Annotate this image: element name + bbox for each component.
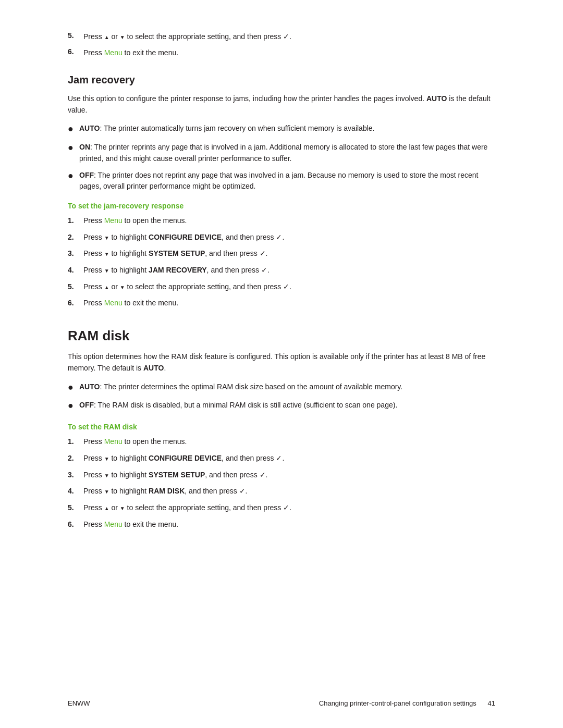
bullet-content-ram-auto: AUTO: The printer determines the optimal…: [79, 381, 495, 393]
ram-bullet-off: ● OFF: The RAM disk is disabled, but a m…: [68, 400, 495, 413]
jam-step-text-5: Press or to select the appropriate setti…: [83, 281, 495, 293]
bullet-dot-ram-off: ●: [68, 399, 79, 413]
bullet-content-auto: AUTO: The printer automatically turns ja…: [79, 123, 495, 134]
bullet-content-off: OFF: The printer does not reprint any pa…: [79, 170, 495, 192]
footer-left: ENWW: [68, 699, 90, 707]
ram-disk-steps: 1. Press Menu to open the menus. 2. Pres…: [68, 436, 495, 530]
menu-link-ram-1: Menu: [104, 437, 123, 446]
down-arrow-icon-ram-2: [104, 454, 109, 462]
ram-disk-bullets: ● AUTO: The printer determines the optim…: [68, 381, 495, 414]
jam-step-num-4: 4.: [68, 265, 83, 276]
jam-recovery-bullets: ● AUTO: The printer automatically turns …: [68, 123, 495, 192]
bullet-item-off: ● OFF: The printer does not reprint any …: [68, 170, 495, 192]
down-arrow-icon-jam-2: [104, 233, 109, 241]
down-arrow-icon: [120, 32, 125, 41]
jam-step-num-6: 6.: [68, 298, 83, 309]
step-text-6: Press Menu to exit the menu.: [83, 47, 495, 58]
jam-step-4: 4. Press to highlight JAM RECOVERY, and …: [68, 265, 495, 276]
ram-bullet-auto: ● AUTO: The printer determines the optim…: [68, 381, 495, 395]
down-arrow-icon-jam-4: [104, 266, 109, 274]
ram-step-3: 3. Press to highlight SYSTEM SETUP, and …: [68, 470, 495, 481]
menu-link-ram-6: Menu: [104, 520, 123, 528]
bullet-dot-ram-auto: ●: [68, 380, 79, 395]
ram-step-4: 4. Press to highlight RAM DISK, and then…: [68, 486, 495, 497]
intro-step-5: 5. Press or to select the appropriate se…: [68, 31, 495, 42]
footer-chapter: Changing printer-control-panel configura…: [319, 699, 476, 707]
ram-disk-heading: RAM disk: [68, 328, 495, 344]
jam-step-text-4: Press to highlight JAM RECOVERY, and the…: [83, 265, 495, 276]
bullet-dot-off: ●: [68, 169, 79, 183]
ram-step-text-1: Press Menu to open the menus.: [83, 436, 495, 448]
ram-step-text-4: Press to highlight RAM DISK, and then pr…: [83, 486, 495, 497]
down-arrow-icon-ram-3: [104, 471, 109, 479]
jam-step-num-3: 3.: [68, 248, 83, 260]
intro-step-6: 6. Press Menu to exit the menu.: [68, 47, 495, 58]
ram-disk-subheading: To set the RAM disk: [68, 423, 495, 431]
jam-step-text-2: Press to highlight CONFIGURE DEVICE, and…: [83, 232, 495, 243]
ram-step-num-3: 3.: [68, 470, 83, 481]
up-arrow-icon-ram-5: [104, 503, 109, 512]
bullet-content-ram-off: OFF: The RAM disk is disabled, but a min…: [79, 400, 495, 411]
ram-step-num-4: 4.: [68, 486, 83, 497]
jam-step-3: 3. Press to highlight SYSTEM SETUP, and …: [68, 248, 495, 260]
jam-step-text-6: Press Menu to exit the menu.: [83, 298, 495, 309]
ram-step-1: 1. Press Menu to open the menus.: [68, 436, 495, 448]
up-arrow-icon: [104, 32, 109, 41]
jam-step-text-3: Press to highlight SYSTEM SETUP, and the…: [83, 248, 495, 260]
menu-link-jam-1: Menu: [104, 216, 123, 225]
ram-step-6: 6. Press Menu to exit the menu.: [68, 519, 495, 530]
ram-step-num-6: 6.: [68, 519, 83, 530]
step-num-6: 6.: [68, 47, 83, 56]
down-arrow-icon-ram-4: [104, 487, 109, 495]
bullet-item-auto: ● AUTO: The printer automatically turns …: [68, 123, 495, 137]
footer-page-number: 41: [488, 699, 495, 707]
jam-step-1: 1. Press Menu to open the menus.: [68, 215, 495, 227]
jam-recovery-heading: Jam recovery: [68, 74, 495, 86]
bullet-content-on: ON: The printer reprints any page that i…: [79, 142, 495, 164]
jam-step-num-5: 5.: [68, 281, 83, 293]
bullet-item-on: ● ON: The printer reprints any page that…: [68, 142, 495, 164]
ram-step-num-1: 1.: [68, 436, 83, 448]
jam-step-2: 2. Press to highlight CONFIGURE DEVICE, …: [68, 232, 495, 243]
bullet-dot-on: ●: [68, 141, 79, 155]
up-arrow-icon-jam-5: [104, 282, 109, 291]
menu-link: Menu: [104, 48, 123, 57]
ram-disk-body: This option determines how the RAM disk …: [68, 351, 495, 374]
footer-right-group: Changing printer-control-panel configura…: [319, 699, 495, 707]
ram-step-2: 2. Press to highlight CONFIGURE DEVICE, …: [68, 453, 495, 464]
ram-step-num-2: 2.: [68, 453, 83, 464]
page-footer: ENWW Changing printer-control-panel conf…: [0, 699, 563, 707]
jam-step-num-2: 2.: [68, 232, 83, 243]
step-num-5: 5.: [68, 31, 83, 40]
ram-step-5: 5. Press or to select the appropriate se…: [68, 502, 495, 514]
ram-step-text-5: Press or to select the appropriate setti…: [83, 502, 495, 514]
ram-step-num-5: 5.: [68, 502, 83, 514]
jam-step-6: 6. Press Menu to exit the menu.: [68, 298, 495, 309]
ram-step-text-3: Press to highlight SYSTEM SETUP, and the…: [83, 470, 495, 481]
menu-link-jam-6: Menu: [104, 299, 123, 307]
jam-recovery-subheading: To set the jam-recovery response: [68, 202, 495, 210]
down-arrow-icon-jam-3: [104, 249, 109, 257]
ram-step-text-6: Press Menu to exit the menu.: [83, 519, 495, 530]
bullet-dot-auto: ●: [68, 122, 79, 137]
down-arrow-icon-ram-5: [120, 503, 125, 512]
jam-step-5: 5. Press or to select the appropriate se…: [68, 281, 495, 293]
step-text-5: Press or to select the appropriate setti…: [83, 31, 495, 42]
jam-step-text-1: Press Menu to open the menus.: [83, 215, 495, 227]
intro-steps: 5. Press or to select the appropriate se…: [68, 31, 495, 58]
jam-step-num-1: 1.: [68, 215, 83, 227]
page: 5. Press or to select the appropriate se…: [0, 0, 563, 728]
ram-step-text-2: Press to highlight CONFIGURE DEVICE, and…: [83, 453, 495, 464]
jam-recovery-body: Use this option to configure the printer…: [68, 93, 495, 116]
down-arrow-icon-jam-5: [120, 282, 125, 291]
jam-recovery-steps: 1. Press Menu to open the menus. 2. Pres…: [68, 215, 495, 309]
